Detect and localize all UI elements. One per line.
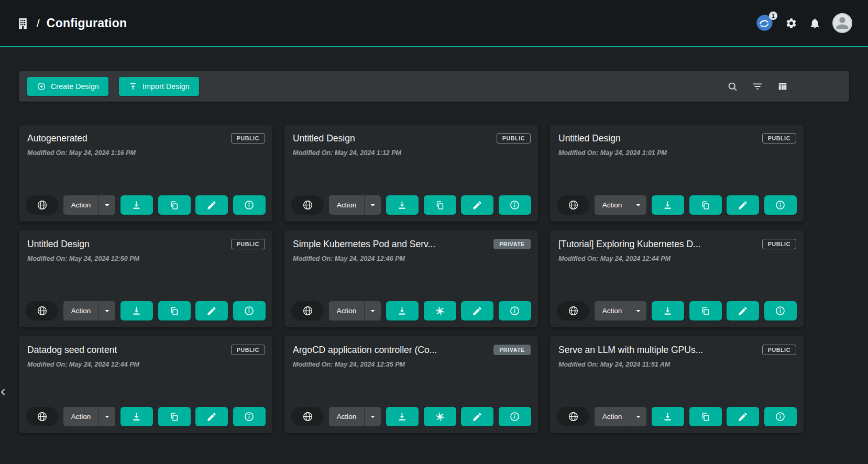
download-button[interactable] [386, 407, 419, 426]
copy-icon [169, 200, 180, 211]
clone-button[interactable] [158, 407, 191, 426]
design-card: Untitled Design PUBLIC Modified On: May … [550, 125, 804, 222]
action-button[interactable]: Action [329, 301, 365, 321]
clone-button[interactable] [158, 195, 191, 215]
card-title: Simple Kubernetes Pod and Serv... [293, 239, 487, 250]
action-button[interactable]: Action [595, 195, 630, 215]
design-card: Autogenerated PUBLIC Modified On: May 24… [19, 125, 272, 222]
edit-button[interactable] [195, 407, 228, 426]
download-button[interactable] [120, 301, 153, 321]
chevron-left-icon: ‹ [1, 383, 5, 399]
info-button[interactable] [499, 301, 531, 321]
cloud-provider-button[interactable]: 1 [756, 14, 774, 32]
edit-button[interactable] [461, 301, 493, 321]
edit-button[interactable] [727, 301, 759, 321]
edit-button[interactable] [195, 195, 228, 215]
table-view-button[interactable] [777, 81, 788, 92]
clone-button[interactable] [689, 195, 722, 215]
visibility-globe-button[interactable] [557, 195, 589, 215]
clone-button[interactable] [689, 407, 722, 426]
filter-button[interactable] [752, 81, 763, 92]
download-button[interactable] [652, 195, 684, 215]
action-dropdown-toggle[interactable] [98, 301, 115, 321]
chevron-down-icon [368, 200, 378, 210]
edit-button[interactable] [461, 407, 493, 426]
clone-button[interactable] [424, 301, 456, 321]
download-button[interactable] [120, 195, 153, 215]
action-button[interactable]: Action [595, 407, 630, 426]
import-design-button[interactable]: Import Design [119, 77, 199, 96]
action-dropdown-toggle[interactable] [364, 195, 381, 215]
create-design-button[interactable]: Create Design [27, 77, 108, 96]
design-card: Untitled Design PUBLIC Modified On: May … [284, 125, 538, 222]
notifications-bell-button[interactable] [809, 17, 821, 29]
visibility-globe-button[interactable] [291, 301, 324, 321]
action-dropdown-toggle[interactable] [630, 195, 646, 215]
action-split-button: Action [63, 301, 116, 321]
info-button[interactable] [233, 195, 266, 215]
visibility-globe-button[interactable] [291, 407, 324, 426]
user-avatar[interactable] [832, 13, 852, 33]
download-icon [662, 305, 673, 316]
download-button[interactable] [652, 301, 684, 321]
action-dropdown-toggle[interactable] [630, 301, 646, 321]
info-button[interactable] [764, 301, 797, 321]
info-button[interactable] [764, 195, 797, 215]
edit-button[interactable] [727, 195, 759, 215]
settings-gear-button[interactable] [785, 17, 797, 29]
action-button[interactable]: Action [595, 301, 630, 321]
download-button[interactable] [120, 407, 153, 426]
action-dropdown-toggle[interactable] [98, 407, 115, 426]
action-button[interactable]: Action [63, 195, 99, 215]
info-button[interactable] [764, 407, 797, 426]
action-dropdown-toggle[interactable] [98, 195, 115, 215]
visibility-badge: PUBLIC [762, 345, 796, 355]
design-card: Datadog seed content PUBLIC Modified On:… [19, 336, 272, 433]
visibility-globe-button[interactable] [291, 195, 324, 215]
info-icon [775, 411, 786, 422]
edit-button[interactable] [727, 407, 759, 426]
visibility-globe-button[interactable] [26, 407, 58, 426]
clone-button[interactable] [424, 407, 456, 426]
download-button[interactable] [652, 407, 684, 426]
action-button[interactable]: Action [63, 301, 99, 321]
edit-button[interactable] [195, 301, 228, 321]
card-actions-row: Action [291, 301, 531, 321]
action-dropdown-toggle[interactable] [630, 407, 646, 426]
visibility-globe-button[interactable] [557, 301, 589, 321]
info-button[interactable] [499, 195, 531, 215]
designs-toolbar: Create Design Import Design [19, 71, 849, 102]
download-button[interactable] [386, 301, 419, 321]
action-button[interactable]: Action [329, 407, 365, 426]
card-actions-row: Action [557, 407, 797, 426]
info-button[interactable] [499, 407, 531, 426]
card-actions-row: Action [26, 195, 266, 215]
building-icon[interactable] [16, 16, 30, 30]
clone-button[interactable] [689, 301, 722, 321]
card-title: Datadog seed content [27, 345, 221, 356]
edit-button[interactable] [461, 195, 493, 215]
info-button[interactable] [233, 407, 266, 426]
globe-icon [302, 411, 313, 422]
info-icon [244, 411, 255, 422]
download-button[interactable] [386, 195, 419, 215]
clone-button[interactable] [424, 195, 456, 215]
action-button-label: Action [602, 307, 622, 315]
search-button[interactable] [727, 81, 738, 92]
visibility-globe-button[interactable] [557, 407, 589, 426]
action-button-label: Action [337, 413, 357, 421]
download-icon [662, 200, 673, 211]
action-button[interactable]: Action [329, 195, 365, 215]
modified-on-label: Modified On: May 24, 2024 1:01 PM [558, 149, 795, 157]
info-button[interactable] [233, 301, 266, 321]
info-icon [509, 200, 520, 211]
action-button[interactable]: Action [63, 407, 99, 426]
clone-button[interactable] [158, 301, 191, 321]
visibility-globe-button[interactable] [26, 301, 58, 321]
action-dropdown-toggle[interactable] [364, 301, 381, 321]
info-icon [509, 305, 520, 316]
action-dropdown-toggle[interactable] [364, 407, 381, 426]
sidebar-collapse-toggle[interactable]: ‹ [1, 384, 5, 399]
modified-on-label: Modified On: May 24, 2024 12:44 PM [27, 361, 264, 368]
visibility-globe-button[interactable] [26, 195, 58, 215]
